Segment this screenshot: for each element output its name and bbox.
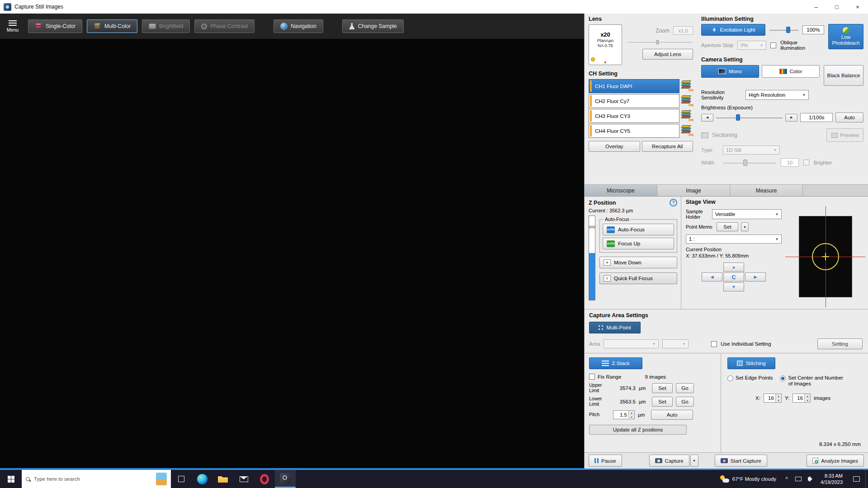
stage-map-preview[interactable] [785, 206, 865, 307]
help-icon[interactable]: ? [670, 199, 677, 206]
channel-on-icon[interactable]: ON [681, 125, 693, 137]
pitch-auto-button[interactable]: Auto [651, 410, 693, 420]
start-capture-button[interactable]: Start Capture [715, 455, 767, 467]
set-center-radio[interactable]: Set Center and Number of Images [780, 375, 843, 387]
y-count-spinner[interactable]: 16 ▲▼ [793, 394, 811, 403]
tray-expand-button[interactable]: ^ [781, 470, 793, 488]
change-sample-button[interactable]: Change Sample [342, 19, 404, 33]
intensity-slider[interactable] [769, 26, 798, 33]
browser-button[interactable] [254, 470, 275, 488]
tab-microscope[interactable]: Microscope [585, 185, 657, 196]
fix-range-checkbox[interactable] [589, 374, 595, 380]
live-image-canvas[interactable] [0, 39, 584, 468]
channel-on-icon[interactable]: ON [681, 95, 693, 107]
multi-point-icon [599, 325, 604, 330]
z-stack-button[interactable]: Z-Stack [589, 357, 642, 369]
spinner-arrows[interactable]: ▲▼ [775, 394, 781, 402]
mono-button[interactable]: Mono [701, 65, 759, 78]
upper-limit-value: 3574.3 [613, 385, 636, 391]
color-button[interactable]: Color [762, 65, 820, 78]
volume-tray-button[interactable] [804, 470, 816, 488]
taskbar-search[interactable]: Type here to search [22, 470, 171, 488]
stage-down-button[interactable]: ▼ [723, 282, 744, 291]
zoom-value: x1.0 [673, 26, 693, 35]
point-memo-select[interactable]: 1 : ▾ [686, 235, 782, 244]
use-individual-setting-checkbox[interactable] [711, 341, 717, 347]
file-explorer-button[interactable] [212, 470, 233, 488]
exposure-decrease-button[interactable]: ◀ [701, 114, 713, 122]
move-down-button[interactable]: ▼ Move Down [599, 257, 677, 268]
set-dropdown-button[interactable]: ▾ [741, 222, 749, 231]
stage-left-button[interactable]: ◀ [702, 272, 722, 282]
excitation-light-button[interactable]: Excitation Light [701, 24, 765, 36]
quick-full-focus-button[interactable]: ▼ Quick Full Focus [599, 272, 677, 284]
stitching-button[interactable]: Stitching [727, 357, 775, 369]
taskbar-clock[interactable]: 8:33 AM 4/19/2023 [816, 470, 847, 488]
action-center-button[interactable] [847, 470, 865, 488]
mail-icon [240, 476, 248, 482]
z-slider-thumb[interactable] [589, 226, 595, 228]
update-z-positions-button[interactable]: Update all Z positions [589, 425, 687, 435]
capture-button[interactable]: Capture [649, 455, 689, 467]
tab-measure[interactable]: Measure [730, 185, 803, 196]
spinner-arrows[interactable]: ▲▼ [804, 394, 810, 402]
recapture-all-button[interactable]: Recapture All [642, 141, 693, 152]
lower-go-button[interactable]: Go [676, 397, 694, 407]
menu-button[interactable]: Menu [2, 15, 24, 37]
overlay-button[interactable]: Overlay [589, 141, 640, 152]
pause-button[interactable]: Pause [589, 455, 622, 467]
low-photobleach-button[interactable]: Low Photobleach [828, 24, 863, 49]
setting-button[interactable]: Setting [817, 338, 863, 349]
sample-holder-select[interactable]: Versatile ▾ [712, 209, 782, 219]
oblique-illumination-checkbox[interactable] [770, 42, 776, 48]
single-color-button[interactable]: Single-Color [28, 19, 82, 33]
z-position-slider[interactable] [589, 216, 595, 300]
stage-up-button[interactable]: ▲ [723, 263, 744, 272]
exposure-slider[interactable] [716, 114, 783, 121]
lens-title: Lens [589, 16, 693, 22]
set-edge-points-radio[interactable]: Set Edge Points [727, 375, 773, 381]
navigation-button[interactable]: Navigation [274, 19, 323, 33]
x-count-spinner[interactable]: 16 ▲▼ [764, 394, 782, 403]
channel-ch4-button[interactable]: CH4 Fluor CY5 [589, 124, 679, 138]
weather-widget[interactable]: 67°F Mostly cloudy [716, 470, 781, 488]
lower-set-button[interactable]: Set [652, 397, 673, 407]
channel-on-icon[interactable]: ON [681, 80, 693, 92]
black-balance-button[interactable]: Black Balance [824, 65, 863, 86]
pitch-spinner[interactable]: 1.5 ▲▼ [613, 410, 635, 419]
task-view-button[interactable] [171, 470, 192, 488]
minimize-button[interactable]: – [806, 0, 826, 14]
stage-center-button[interactable]: C [723, 272, 744, 282]
capture-dropdown-button[interactable]: ▾ [690, 455, 698, 467]
channel-on-icon[interactable]: ON [681, 110, 693, 122]
stage-right-button[interactable]: ▶ [745, 272, 766, 282]
focus-up-button[interactable]: AUTO Focus Up [603, 238, 674, 249]
capture-app-button[interactable] [275, 470, 296, 488]
adjust-lens-button[interactable]: Adjust Lens [642, 49, 693, 60]
maximize-button[interactable]: □ [826, 0, 847, 14]
point-memo-set-button[interactable]: Set [717, 222, 738, 231]
channel-ch3-button[interactable]: CH3 Fluor CY3 [589, 109, 679, 123]
edge-button[interactable] [192, 470, 212, 488]
exposure-auto-button[interactable]: Auto [835, 113, 863, 122]
channel-ch2-button[interactable]: CH2 Fluor Cy7 [589, 94, 679, 108]
analyze-images-button[interactable]: Analyze Images [807, 455, 864, 467]
upper-go-button[interactable]: Go [676, 383, 694, 393]
exposure-increase-button[interactable]: ▶ [785, 114, 797, 122]
resolution-select[interactable]: High Resolution ▾ [745, 90, 809, 100]
start-button[interactable] [0, 470, 22, 488]
multi-color-button[interactable]: Multi-Color [87, 19, 137, 33]
search-placeholder: Type here to search [34, 476, 152, 482]
tab-image[interactable]: Image [657, 185, 730, 196]
mail-button[interactable] [233, 470, 254, 488]
show-desktop-button[interactable] [865, 470, 868, 488]
upper-set-button[interactable]: Set [652, 383, 673, 393]
capture-area-section: Capture Area Settings Multi-Point Area ▾… [585, 309, 868, 353]
spinner-arrows[interactable]: ▲▼ [628, 411, 634, 419]
network-tray-button[interactable] [793, 470, 804, 488]
channel-ch1-button[interactable]: CH1 Fluor DAPI [589, 79, 679, 93]
autofocus-button[interactable]: AUTO Auto-Focus [603, 224, 674, 235]
objective-widget[interactable]: x20 PlanApo NA 0.75 ▼ [589, 24, 622, 65]
multi-point-button[interactable]: Multi-Point [589, 322, 641, 333]
close-button[interactable]: × [847, 0, 868, 14]
